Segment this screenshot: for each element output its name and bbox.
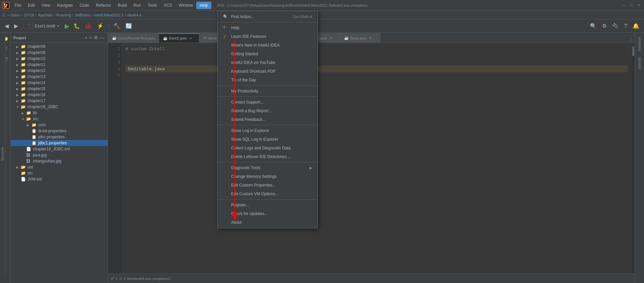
collapse-all-icon[interactable]: ≡ xyxy=(89,34,93,41)
sync-button[interactable]: 🔄 xyxy=(123,22,134,30)
tree-item-jvm-iml[interactable]: ▶ 📄 JVM.iml xyxy=(11,176,108,182)
vertical-scrollbar[interactable] xyxy=(632,43,635,274)
forward-button[interactable]: ▶ xyxy=(12,22,20,30)
tree-item-chapter11[interactable]: ▶ 📁 chapter11 xyxy=(11,62,108,68)
code-editor[interactable]: # custom Intell -Deditable.java xyxy=(121,43,632,274)
tree-item-src-root[interactable]: ▶ 📁 src xyxy=(11,170,108,176)
menu-show-sql-log[interactable]: Show SQL Log in Explorer xyxy=(218,135,318,144)
menu-code[interactable]: Code xyxy=(76,2,93,9)
menu-getting-started[interactable]: Getting Started xyxy=(218,50,318,58)
menu-edit-custom-props[interactable]: Edit Custom Properties... xyxy=(218,181,318,190)
breadcrumb-c[interactable]: C: xyxy=(3,13,6,17)
menu-contact-support[interactable]: Contact Support... xyxy=(218,98,318,107)
tree-item-chapter16[interactable]: ▶ 📁 chapter16 xyxy=(11,92,108,98)
tab-exer2[interactable]: ☕ Exer2.java ✕ xyxy=(159,33,199,43)
menu-my-productivity[interactable]: My Productivity xyxy=(218,87,318,95)
breadcrumb-appdata[interactable]: AppData xyxy=(38,13,52,17)
tree-item-chapter18-iml[interactable]: ▶ 📄 chapter18_JDBC.iml xyxy=(11,146,108,152)
breadcrumb-roaming[interactable]: Roaming xyxy=(56,13,71,17)
menu-run[interactable]: Run xyxy=(130,2,144,9)
database-tab[interactable]: Database xyxy=(636,34,643,54)
tab-close-exer2[interactable]: ✕ xyxy=(189,37,192,40)
menu-tools[interactable]: Tools xyxy=(144,2,160,9)
menu-tip-of-day[interactable]: Tip of the Day xyxy=(218,76,318,84)
tab-more-button[interactable]: ⋮ xyxy=(627,37,635,43)
coverage-button[interactable]: 🐞 xyxy=(83,22,94,30)
tree-item-out[interactable]: ▶ 📂 out xyxy=(11,164,108,170)
menu-build[interactable]: Build xyxy=(114,2,130,9)
breadcrumb-jetbrains[interactable]: JetBrains xyxy=(75,13,91,17)
breadcrumb-file[interactable]: idea64.e... xyxy=(127,13,144,17)
run-button[interactable]: ▶ xyxy=(63,22,71,30)
settings-button[interactable]: ⚙ xyxy=(600,22,609,30)
menu-help-item[interactable]: ? Help xyxy=(218,23,318,32)
tree-item-chapter09[interactable]: ▶ 📁 chapter09 xyxy=(11,50,108,56)
profile-button[interactable]: ⚡ xyxy=(95,22,106,30)
menu-view[interactable]: View xyxy=(38,2,54,9)
debug-button[interactable]: 🐛 xyxy=(72,22,82,30)
build-button[interactable]: 🔨 xyxy=(111,22,122,30)
back-button[interactable]: ◀ xyxy=(3,22,11,30)
minimize-panel-icon[interactable]: — xyxy=(99,34,105,41)
maximize-button[interactable]: ☐ xyxy=(629,3,634,8)
tree-item-lib[interactable]: ▶ 📁 lib xyxy=(11,110,108,116)
menu-collect-logs[interactable]: Collect Logs and Diagnostic Data xyxy=(218,144,318,152)
menu-edit[interactable]: Edit xyxy=(24,2,38,9)
tree-item-jdbc-props[interactable]: ▶ 📋 jdbc.properties xyxy=(11,134,108,140)
help-button[interactable]: ? xyxy=(622,22,629,30)
tree-item-chapter18-jdbc[interactable]: ▼ 📂 chapter18_JDBC xyxy=(11,104,108,110)
menu-refactor[interactable]: Refactor xyxy=(93,2,114,9)
tree-item-chapter15[interactable]: ▶ 📁 chapter15 xyxy=(11,86,108,92)
menu-navigate[interactable]: Navigate xyxy=(54,2,76,9)
breadcrumb-intellij[interactable]: IntelliJIdea2021.3 xyxy=(94,13,123,17)
menu-whats-new[interactable]: What's New in IntelliJ IDEA xyxy=(218,41,318,50)
tree-item-chapter17[interactable]: ▶ 📁 chapter17 xyxy=(11,98,108,104)
settings-icon[interactable]: ⚙ xyxy=(93,34,99,41)
menu-register[interactable]: Register... xyxy=(218,201,318,209)
search-everywhere-button[interactable]: 🔍 xyxy=(588,22,599,30)
menu-check-updates[interactable]: Check for Updates... xyxy=(218,209,318,218)
nav-up-icon[interactable]: ∧ xyxy=(119,276,122,281)
tab-close-order[interactable]: ✕ xyxy=(330,36,332,40)
jclasslib-tab[interactable]: jclasslib xyxy=(636,55,643,72)
tree-item-chapter08[interactable]: ▶ 📁 chapter08 xyxy=(11,44,108,50)
tree-item-jdbc1-props[interactable]: ▶ 📋 jdbc1.properties xyxy=(11,140,108,146)
structure-tab-label[interactable]: Structure xyxy=(1,147,4,161)
tab-book[interactable]: ☕ Book.java ✕ xyxy=(340,33,380,43)
menu-edit-custom-vm[interactable]: Edit Custom VM Options... xyxy=(218,190,318,198)
tree-item-chapter13[interactable]: ▶ 📁 chapter13 xyxy=(11,74,108,80)
run-config-selector[interactable]: ⬛ Exer1.test8 ▼ xyxy=(26,22,62,30)
add-file-icon[interactable]: + xyxy=(84,34,88,41)
menu-show-log[interactable]: Show Log in Explorer xyxy=(218,126,318,135)
nav-down-icon[interactable]: ∨ xyxy=(123,276,126,281)
tree-item-com[interactable]: ▶ 📁 com xyxy=(11,122,108,128)
tree-item-chapter12[interactable]: ▶ 📁 chapter12 xyxy=(11,68,108,74)
menu-learn-ide[interactable]: 🎓 Learn IDE Features xyxy=(218,32,318,41)
menu-submit-bug[interactable]: Submit a Bug Report... xyxy=(218,107,318,115)
menu-keyboard-shortcuts[interactable]: Keyboard Shortcuts PDF xyxy=(218,67,318,76)
tree-item-java-jpg[interactable]: ▶ 🖼 java.jpg xyxy=(11,152,108,158)
menu-delete-leftover[interactable]: Delete Leftover IDE Directories... xyxy=(218,152,318,161)
tree-item-src[interactable]: ▼ 📂 src xyxy=(11,116,108,122)
menu-window[interactable]: Window xyxy=(175,2,197,9)
close-button[interactable]: ✕ xyxy=(637,3,641,8)
tree-item-chapter10[interactable]: ▶ 📁 chapter10 xyxy=(11,56,108,62)
menu-diagnostic-tools[interactable]: Diagnostic Tools ▶ xyxy=(218,163,318,172)
breadcrumb-15718[interactable]: 15718 xyxy=(24,13,34,17)
notifications-button[interactable]: 🔔 xyxy=(631,22,641,30)
menu-about[interactable]: About xyxy=(218,218,318,227)
plugins-button[interactable]: 🔌 xyxy=(610,22,621,30)
menu-help[interactable]: Help xyxy=(196,2,211,9)
scrollbar-thumb[interactable] xyxy=(632,46,634,56)
menu-file[interactable]: File xyxy=(11,2,24,9)
tab-close-book[interactable]: ✕ xyxy=(369,36,372,40)
menu-change-memory[interactable]: Change Memory Settings xyxy=(218,172,318,181)
menu-find-action[interactable]: 🔍 Find Action... Ctrl+Shift+A xyxy=(218,12,318,21)
breadcrumb-users[interactable]: Users xyxy=(10,13,20,17)
tree-item-druid-props[interactable]: ▶ 📋 druid.properties xyxy=(11,128,108,134)
menu-youtube[interactable]: IntelliJ IDEA on YouTube xyxy=(218,58,318,67)
menu-vcs[interactable]: VCS xyxy=(160,2,175,9)
tree-item-zhangyuhao-jpg[interactable]: ▶ 🖼 zhangyuhao.jpg xyxy=(11,158,108,164)
tree-item-chapter14[interactable]: ▶ 📁 chapter14 xyxy=(11,80,108,86)
tab-query-runner[interactable]: ☕ QueryRunnerTest.java xyxy=(108,33,159,43)
